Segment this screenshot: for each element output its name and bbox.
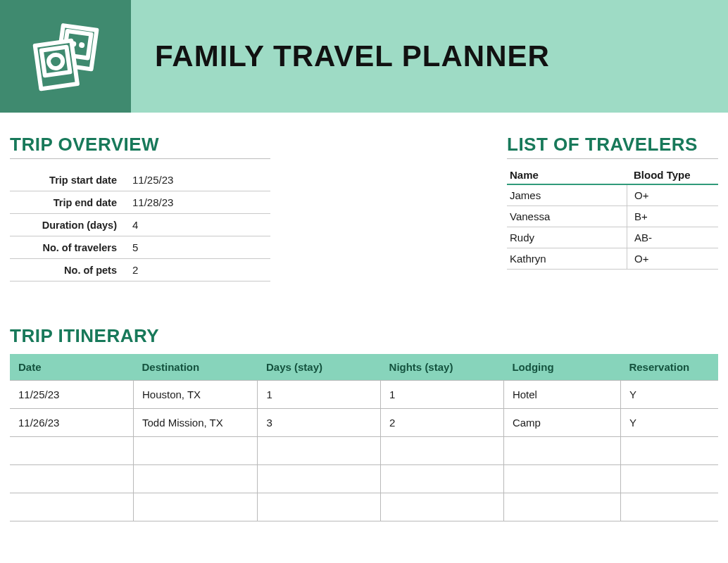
itinerary-nights[interactable]: 2 (381, 409, 504, 437)
overview-label: No. of travelers (10, 242, 130, 253)
banner: FAMILY TRAVEL PLANNER (0, 0, 728, 113)
trip-overview-section: TRIP OVERVIEW Trip start date 11/25/23 T… (10, 134, 270, 282)
itinerary-destination[interactable]: Todd Mission, TX (133, 409, 258, 437)
itinerary-row (10, 493, 718, 521)
itinerary-row (10, 437, 718, 465)
overview-row: Duration (days) 4 (10, 214, 270, 236)
travelers-blood-header: Blood Type (627, 169, 718, 181)
itinerary-lodging[interactable]: Camp (503, 409, 620, 437)
overview-label: Duration (days) (10, 220, 130, 231)
itinerary-days[interactable] (258, 437, 381, 465)
itinerary-destination[interactable]: Houston, TX (133, 381, 258, 409)
itinerary-header-nights: Nights (stay) (381, 354, 504, 381)
photos-icon (27, 16, 104, 96)
itinerary-header-reservation: Reservation (620, 354, 718, 381)
itinerary-reservation[interactable] (620, 493, 718, 521)
itinerary-reservation[interactable] (620, 437, 718, 465)
overview-value[interactable]: 2 (130, 264, 138, 276)
top-row: TRIP OVERVIEW Trip start date 11/25/23 T… (10, 134, 718, 282)
itinerary-lodging[interactable] (503, 437, 620, 465)
itinerary-header-destination: Destination (133, 354, 258, 381)
overview-value[interactable]: 11/25/23 (130, 174, 173, 186)
itinerary-nights[interactable]: 1 (381, 381, 504, 409)
itinerary-header-row: Date Destination Days (stay) Nights (sta… (10, 354, 718, 381)
itinerary-date[interactable] (10, 493, 133, 521)
overview-row: No. of travelers 5 (10, 236, 270, 259)
trip-overview-title: TRIP OVERVIEW (10, 134, 270, 159)
itinerary-table: Date Destination Days (stay) Nights (sta… (10, 354, 718, 521)
itinerary-header-lodging: Lodging (503, 354, 620, 381)
overview-row: No. of pets 2 (10, 259, 270, 282)
itinerary-title: TRIP ITINERARY (10, 325, 718, 350)
itinerary-reservation[interactable]: Y (620, 409, 718, 437)
itinerary-header-days: Days (stay) (258, 354, 381, 381)
traveler-name[interactable]: Vanessa (507, 210, 627, 222)
traveler-row: Vanessa B+ (507, 206, 718, 227)
overview-value[interactable]: 5 (130, 241, 138, 253)
itinerary-date[interactable] (10, 437, 133, 465)
page-title: FAMILY TRAVEL PLANNER (131, 0, 550, 113)
overview-row: Trip start date 11/25/23 (10, 169, 270, 191)
itinerary-reservation[interactable]: Y (620, 381, 718, 409)
itinerary-date[interactable]: 11/26/23 (10, 409, 133, 437)
travelers-section: LIST OF TRAVELERS Name Blood Type James … (507, 134, 718, 282)
overview-value[interactable]: 11/28/23 (130, 196, 173, 208)
itinerary-destination[interactable] (133, 465, 258, 493)
itinerary-nights[interactable] (381, 465, 504, 493)
overview-value[interactable]: 4 (130, 219, 138, 231)
itinerary-nights[interactable] (381, 493, 504, 521)
itinerary-lodging[interactable] (503, 493, 620, 521)
overview-row: Trip end date 11/28/23 (10, 191, 270, 214)
banner-icon-container (0, 0, 131, 113)
itinerary-days[interactable] (258, 493, 381, 521)
itinerary-date[interactable] (10, 465, 133, 493)
travelers-title: LIST OF TRAVELERS (507, 134, 718, 159)
itinerary-row (10, 465, 718, 493)
traveler-name[interactable]: James (507, 189, 627, 201)
travelers-name-header: Name (507, 169, 627, 181)
itinerary-lodging[interactable]: Hotel (503, 381, 620, 409)
traveler-name[interactable]: Kathryn (507, 253, 627, 265)
overview-label: Trip end date (10, 197, 130, 208)
itinerary-section: TRIP ITINERARY Date Destination Days (st… (10, 325, 718, 521)
itinerary-days[interactable] (258, 465, 381, 493)
overview-label: No. of pets (10, 265, 130, 276)
traveler-row: Kathryn O+ (507, 248, 718, 270)
traveler-row: James O+ (507, 185, 718, 206)
itinerary-days[interactable]: 3 (258, 409, 381, 437)
traveler-blood[interactable]: AB- (627, 227, 718, 248)
traveler-blood[interactable]: O+ (627, 185, 718, 205)
traveler-name[interactable]: Rudy (507, 232, 627, 243)
itinerary-destination[interactable] (133, 493, 258, 521)
overview-label: Trip start date (10, 175, 130, 186)
itinerary-lodging[interactable] (503, 465, 620, 493)
itinerary-row: 11/26/23 Todd Mission, TX 3 2 Camp Y (10, 409, 718, 437)
travelers-header-row: Name Blood Type (507, 169, 718, 185)
itinerary-row: 11/25/23 Houston, TX 1 1 Hotel Y (10, 381, 718, 409)
content: TRIP OVERVIEW Trip start date 11/25/23 T… (0, 113, 728, 521)
traveler-blood[interactable]: O+ (627, 248, 718, 269)
traveler-row: Rudy AB- (507, 227, 718, 248)
itinerary-date[interactable]: 11/25/23 (10, 381, 133, 409)
itinerary-header-date: Date (10, 354, 133, 381)
itinerary-reservation[interactable] (620, 465, 718, 493)
traveler-blood[interactable]: B+ (627, 206, 718, 227)
itinerary-days[interactable]: 1 (258, 381, 381, 409)
itinerary-nights[interactable] (381, 437, 504, 465)
itinerary-destination[interactable] (133, 437, 258, 465)
